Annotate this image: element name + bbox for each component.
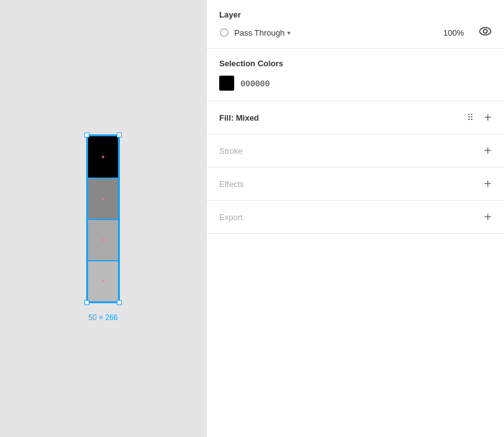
fill-label: Fill: Mixed — [219, 113, 259, 123]
handle-top-right[interactable] — [117, 133, 122, 138]
stroke-label: Stroke — [219, 146, 243, 156]
right-panel: Layer Pass Through ▾ 100% Selectio — [206, 0, 504, 437]
effects-section: Effects + — [207, 168, 504, 201]
effects-add-button[interactable]: + — [484, 178, 492, 190]
svg-point-2 — [483, 29, 487, 33]
canvas-area: 50 × 266 — [0, 0, 206, 437]
color-row: 000000 — [219, 76, 492, 91]
blend-mode-value: Pass Through — [234, 28, 285, 38]
layer-dimensions: 50 × 266 — [88, 313, 117, 322]
layer-title: Layer — [219, 10, 492, 19]
export-add-button[interactable]: + — [484, 211, 492, 223]
center-dot — [102, 280, 104, 283]
export-section: Export + — [207, 201, 504, 234]
layer-item[interactable] — [87, 178, 119, 219]
layer-group[interactable] — [86, 134, 120, 303]
handle-top-left[interactable] — [84, 133, 89, 138]
blend-row: Pass Through ▾ 100% — [219, 27, 492, 38]
fill-row: Fill: Mixed ⠿ + — [219, 111, 492, 124]
fill-section: Fill: Mixed ⠿ + — [207, 101, 504, 134]
layer-section: Layer Pass Through ▾ 100% — [207, 0, 504, 49]
fill-add-button[interactable]: + — [484, 111, 492, 124]
stroke-add-button[interactable]: + — [484, 144, 492, 157]
selection-colors-title: Selection Colors — [219, 59, 492, 68]
handle-bottom-left[interactable] — [84, 300, 89, 305]
fill-icons: ⠿ + — [467, 111, 492, 124]
eye-icon[interactable] — [479, 27, 492, 38]
color-hex-value[interactable]: 000000 — [240, 79, 270, 88]
selection-colors-section: Selection Colors 000000 — [207, 49, 504, 101]
center-dot — [102, 239, 104, 241]
handle-bottom-right[interactable] — [117, 300, 122, 305]
dots-icon[interactable]: ⠿ — [467, 113, 474, 123]
layer-item[interactable] — [87, 219, 119, 261]
color-swatch[interactable] — [219, 76, 234, 91]
blend-mode-icon — [219, 28, 229, 38]
svg-point-1 — [480, 28, 491, 35]
export-label: Export — [219, 213, 243, 222]
blend-mode-dropdown[interactable]: Pass Through ▾ — [234, 28, 290, 38]
layer-item[interactable] — [87, 136, 119, 178]
svg-point-0 — [220, 29, 228, 36]
stroke-section: Stroke + — [207, 134, 504, 168]
center-dot — [102, 198, 104, 200]
opacity-value[interactable]: 100% — [443, 28, 464, 38]
chevron-down-icon: ▾ — [287, 29, 290, 36]
center-dot — [102, 156, 104, 158]
layer-item[interactable] — [87, 261, 119, 302]
effects-label: Effects — [219, 179, 244, 189]
